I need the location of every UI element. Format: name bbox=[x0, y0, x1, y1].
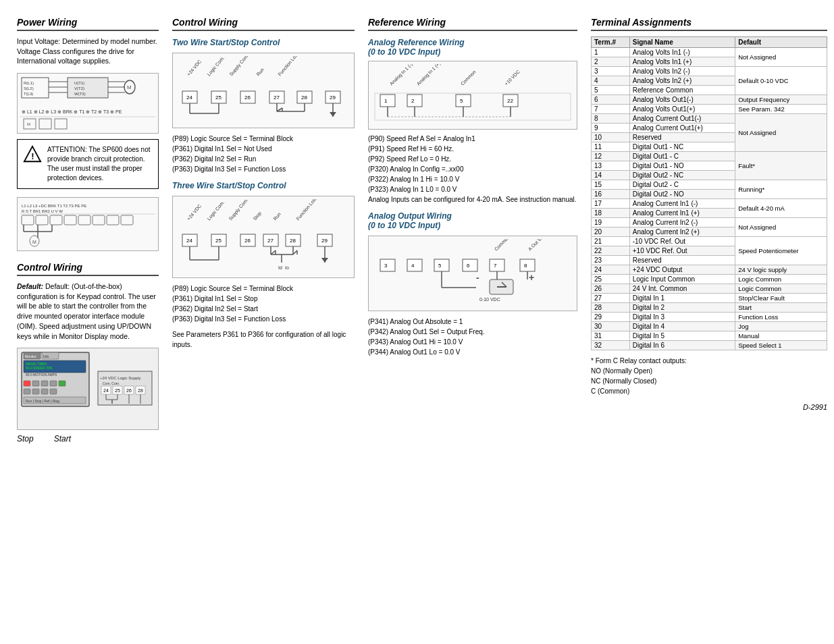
analog-ref-diagram: Analog In 1 (-) Analog In 1 (+) Common +… bbox=[368, 61, 577, 130]
svg-text:27: 27 bbox=[273, 95, 280, 101]
power-wiring-intro: Input Voltage: Determined by model numbe… bbox=[17, 36, 159, 66]
reference-wiring-title: Reference Wiring bbox=[368, 17, 577, 31]
table-row: 2624 V Int. CommonLogic Common bbox=[592, 284, 827, 294]
signal-name: Analog Volts In1 (+) bbox=[629, 57, 735, 67]
term-number: 1 bbox=[592, 48, 630, 57]
two-wire-subtitle: Two Wire Start/Stop Control bbox=[172, 38, 355, 47]
svg-text:8: 8 bbox=[524, 263, 527, 269]
signal-name: Digital In 6 bbox=[629, 341, 735, 350]
svg-text:60.0  SPEED 70%: 60.0 SPEED 70% bbox=[26, 366, 53, 370]
svg-rect-31 bbox=[78, 215, 90, 225]
svg-text:Function Loss: Function Loss bbox=[295, 199, 318, 221]
svg-text:Supply Com.: Supply Com. bbox=[228, 199, 249, 221]
table-row: 28Digital In 2Start bbox=[592, 303, 827, 313]
term-number: 9 bbox=[592, 124, 630, 133]
svg-text:7: 7 bbox=[494, 263, 497, 269]
svg-text:5: 5 bbox=[460, 98, 463, 104]
svg-rect-54 bbox=[50, 381, 57, 386]
table-row: 3Analog Volts In2 (-)Default 0-10 VDC bbox=[592, 67, 827, 76]
svg-rect-143 bbox=[380, 95, 395, 107]
svg-text:M: M bbox=[32, 240, 36, 244]
svg-text:Function Loss: Function Loss bbox=[277, 56, 300, 77]
svg-rect-7 bbox=[68, 78, 108, 98]
svg-line-128 bbox=[271, 250, 276, 254]
svg-text:A Out Volts: A Out Volts bbox=[527, 239, 548, 252]
default-value: 24 V logic supply bbox=[735, 265, 827, 275]
default-value: Running* bbox=[735, 180, 827, 199]
signal-name: Digital Out2 - C bbox=[629, 180, 735, 190]
svg-text:24: 24 bbox=[186, 238, 192, 244]
signal-name: Digital In 1 bbox=[629, 294, 735, 303]
signal-name: Logic Input Common bbox=[629, 275, 735, 284]
footnote-3: NC (Normally Closed) bbox=[591, 376, 827, 386]
table-row: 6Analog Volts Out1(-)Output Frequency bbox=[592, 95, 827, 105]
term-number: 21 bbox=[592, 237, 630, 246]
two-wire-diagram: +24 VDC Logic Com. Supply Com. Run Funct… bbox=[172, 53, 355, 128]
svg-rect-53 bbox=[41, 381, 48, 386]
svg-text:60.0  MOTION AMPS: 60.0 MOTION AMPS bbox=[26, 373, 57, 377]
svg-rect-55 bbox=[59, 381, 66, 386]
svg-text:+24 VDC: +24 VDC bbox=[186, 59, 202, 76]
terminal-assignments-table: Term.# Signal Name Default 1Analog Volts… bbox=[591, 36, 827, 350]
svg-text:29: 29 bbox=[321, 238, 328, 244]
analog-out-subtitle: Analog Output Wiring (0 to 10 VDC Input) bbox=[368, 211, 577, 230]
term-number: 5 bbox=[592, 86, 630, 95]
svg-rect-161 bbox=[407, 259, 422, 271]
svg-marker-105 bbox=[330, 112, 336, 117]
svg-rect-145 bbox=[407, 95, 422, 107]
signal-name: -10 VDC Ref. Out bbox=[629, 237, 735, 246]
term-number: 10 bbox=[592, 133, 630, 142]
analog-ref-subtitle: Analog Reference Wiring (0 to 10 VDC Inp… bbox=[368, 38, 577, 57]
default-value: Manual bbox=[735, 331, 827, 341]
svg-text:28: 28 bbox=[301, 95, 307, 101]
signal-name: Reserved bbox=[629, 256, 735, 265]
table-row: 19Analog Current In2 (-)Not Assigned bbox=[592, 218, 827, 227]
svg-text:Io: Io bbox=[285, 265, 289, 270]
table-row: 12Digital Out1 - CFault* bbox=[592, 152, 827, 161]
default-value: Not Assigned bbox=[735, 48, 827, 67]
signal-name: Digital Out1 - NO bbox=[629, 161, 735, 171]
control-wiring-left-title: Control Wiring bbox=[17, 262, 159, 276]
svg-rect-19 bbox=[39, 119, 51, 129]
doc-number: D-2991 bbox=[591, 403, 827, 411]
svg-text:R(L1): R(L1) bbox=[24, 81, 34, 85]
svg-text:22: 22 bbox=[507, 98, 513, 104]
svg-rect-167 bbox=[490, 259, 504, 271]
svg-text:T(L3): T(L3) bbox=[24, 92, 33, 96]
term-number: 13 bbox=[592, 161, 630, 171]
signal-name: Digital In 4 bbox=[629, 322, 735, 331]
svg-text:Logic Com.: Logic Com. bbox=[206, 200, 226, 221]
signal-name: Analog Current Out1(+) bbox=[629, 124, 735, 133]
two-wire-params: (P89) Logic Source Sel = Terminal Block … bbox=[172, 134, 355, 174]
footnote: * Form C Relay contact outputs: NO (Norm… bbox=[591, 356, 827, 396]
term-number: 19 bbox=[592, 218, 630, 227]
table-row: 30Digital In 4Jog bbox=[592, 322, 827, 331]
table-row: 27Digital In 1Stop/Clear Fault bbox=[592, 294, 827, 303]
svg-text:M: M bbox=[27, 122, 30, 126]
table-row: 32Digital In 6Speed Select 1 bbox=[592, 341, 827, 350]
terminal-assignments-title: Terminal Assignments bbox=[591, 17, 827, 31]
svg-text:S(L2): S(L2) bbox=[24, 86, 34, 90]
svg-text:Analog In 1 (-): Analog In 1 (-) bbox=[389, 64, 414, 86]
svg-rect-33 bbox=[107, 215, 119, 225]
signal-name: Analog Volts In2 (+) bbox=[629, 76, 735, 86]
svg-text:Com.      Com.: Com. Com. bbox=[103, 381, 120, 385]
default-value: Default 4-20 mA bbox=[735, 199, 827, 218]
default-value: Default 0-10 VDC bbox=[735, 67, 827, 95]
term-number: 27 bbox=[592, 294, 630, 303]
signal-name: Analog Current In1 (-) bbox=[629, 199, 735, 209]
term-number: 11 bbox=[592, 142, 630, 152]
svg-text:Id: Id bbox=[278, 265, 282, 270]
svg-rect-51 bbox=[24, 381, 30, 386]
table-row: 31Digital In 5Manual bbox=[592, 331, 827, 341]
term-number: 26 bbox=[592, 284, 630, 294]
analog-out-params: (P341) Analog Out Absolute = 1 (P342) An… bbox=[368, 317, 577, 357]
svg-text:24: 24 bbox=[186, 95, 192, 101]
svg-rect-20 bbox=[55, 119, 67, 129]
svg-text:Run: Run bbox=[272, 211, 282, 221]
svg-text:+24 VDC: +24 VDC bbox=[186, 203, 202, 221]
svg-text:M: M bbox=[127, 84, 132, 90]
default-value: Fault* bbox=[735, 152, 827, 180]
oim-diagram: Monitor Info DRIVE T380V 60.0 SPEED 70% … bbox=[17, 348, 159, 430]
warning-text: ATTENTION: The SP600 does not provide br… bbox=[47, 145, 153, 183]
